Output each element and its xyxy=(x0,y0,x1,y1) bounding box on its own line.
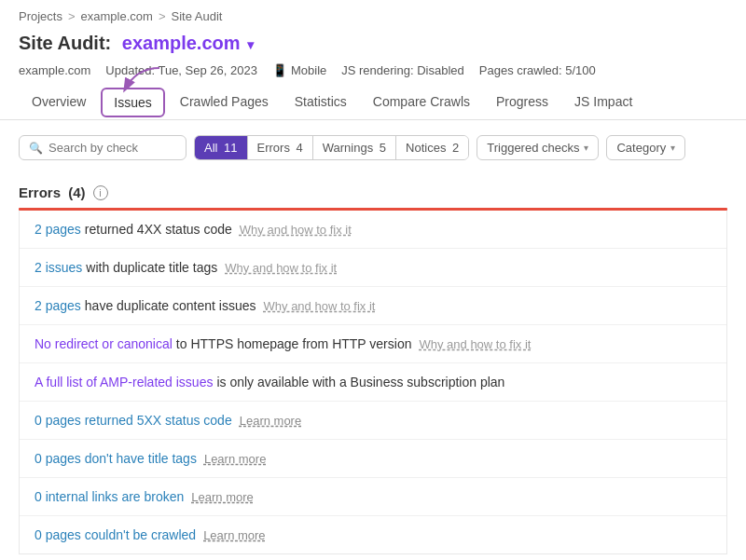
filter-tab-warnings[interactable]: Warnings 5 xyxy=(313,136,396,159)
chevron-down-icon: ▾ xyxy=(584,143,588,153)
chevron-down-icon-2: ▾ xyxy=(670,143,675,153)
errors-info-icon[interactable]: i xyxy=(93,185,108,200)
issue-row-broken-links: 0 internal links are broken Learn more xyxy=(20,478,726,516)
issue-row-dup-title: 2 issues with duplicate title tags Why a… xyxy=(20,249,726,287)
breadcrumb: Projects > example.com > Site Audit xyxy=(0,0,746,29)
search-icon: 🔍 xyxy=(29,142,43,155)
content-area: 🔍 All 11 Errors 4 Warnings 5 Notices 2 T… xyxy=(0,120,746,560)
meta-device: 📱 Mobile xyxy=(272,63,326,77)
breadcrumb-domain[interactable]: example.com xyxy=(81,9,153,23)
domain-chevron-icon[interactable]: ▾ xyxy=(247,37,254,52)
meta-updated: Updated: Tue, Sep 26, 2023 xyxy=(105,63,257,77)
issue-link-not-crawled[interactable]: 0 pages couldn't be crawled xyxy=(35,527,196,542)
breadcrumb-projects[interactable]: Projects xyxy=(19,9,62,23)
issue-text-dup-title: with duplicate title tags xyxy=(86,260,217,275)
issue-row-redirect: No redirect or canonical to HTTPS homepa… xyxy=(20,325,726,363)
fix-link-redirect[interactable]: Why and how to fix it xyxy=(419,337,531,351)
issue-link-amp[interactable]: A full list of AMP-related issues xyxy=(35,375,213,389)
issue-link-dup-content[interactable]: 2 pages xyxy=(35,298,81,313)
tab-issues[interactable]: Issues xyxy=(101,88,164,117)
meta-domain: example.com xyxy=(19,63,90,77)
issue-row-not-crawled: 0 pages couldn't be crawled Learn more xyxy=(20,516,726,553)
fix-link-dup-title[interactable]: Why and how to fix it xyxy=(225,261,337,275)
page-header: Site Audit: example.com ▾ xyxy=(0,29,746,60)
category-dropdown[interactable]: Category ▾ xyxy=(606,135,685,160)
issue-text-amp: is only available with a Business subscr… xyxy=(216,375,504,389)
search-input[interactable] xyxy=(48,141,176,155)
issue-link-4xx-pages[interactable]: 2 pages xyxy=(35,222,81,237)
issue-link-dup-title[interactable]: 2 issues xyxy=(35,260,82,275)
issue-text-dup-content: have duplicate content issues xyxy=(85,298,256,313)
issue-list: 2 pages returned 4XX status code Why and… xyxy=(19,211,727,554)
filter-tab-notices[interactable]: Notices 2 xyxy=(396,136,468,159)
fix-link-4xx[interactable]: Why and how to fix it xyxy=(240,223,352,237)
filter-tab-all[interactable]: All 11 xyxy=(195,136,248,159)
nav-bar: Overview Issues Crawled Pages Statistics… xyxy=(0,85,746,120)
page-title: Site Audit: example.com ▾ xyxy=(19,33,727,54)
filter-tabs: All 11 Errors 4 Warnings 5 Notices 2 xyxy=(194,135,469,160)
issue-link-5xx[interactable]: 0 pages returned 5XX status code xyxy=(35,413,232,428)
errors-title: Errors (4) xyxy=(19,184,86,200)
learn-link-5xx[interactable]: Learn more xyxy=(240,414,301,428)
tab-crawled-pages[interactable]: Crawled Pages xyxy=(167,85,282,120)
triggered-checks-dropdown[interactable]: Triggered checks ▾ xyxy=(477,135,599,160)
mobile-icon: 📱 xyxy=(272,63,287,77)
learn-link-broken-links[interactable]: Learn more xyxy=(191,490,253,504)
search-box[interactable]: 🔍 xyxy=(19,135,186,160)
issue-row-no-title: 0 pages don't have title tags Learn more xyxy=(20,440,726,478)
meta-row: example.com Updated: Tue, Sep 26, 2023 📱… xyxy=(0,60,746,85)
issue-text-4xx: returned 4XX status code xyxy=(85,222,232,237)
tab-statistics[interactable]: Statistics xyxy=(282,85,360,120)
meta-js-rendering: JS rendering: Disabled xyxy=(341,63,464,77)
learn-link-no-title[interactable]: Learn more xyxy=(204,452,266,466)
filter-bar: 🔍 All 11 Errors 4 Warnings 5 Notices 2 T… xyxy=(19,135,727,160)
errors-section-header: Errors (4) i xyxy=(19,175,727,200)
learn-link-not-crawled[interactable]: Learn more xyxy=(203,528,265,542)
tab-js-impact[interactable]: JS Impact xyxy=(561,85,645,120)
issue-row-amp: A full list of AMP-related issues is onl… xyxy=(20,363,726,402)
issue-link-no-title[interactable]: 0 pages don't have title tags xyxy=(35,451,197,466)
fix-link-dup-content[interactable]: Why and how to fix it xyxy=(264,299,376,313)
tab-overview[interactable]: Overview xyxy=(19,85,99,120)
issue-link-redirect[interactable]: No redirect or canonical xyxy=(35,336,173,351)
tab-progress[interactable]: Progress xyxy=(483,85,561,120)
meta-pages-crawled: Pages crawled: 5/100 xyxy=(479,63,596,77)
issue-row-dup-content: 2 pages have duplicate content issues Wh… xyxy=(20,287,726,325)
tab-compare-crawls[interactable]: Compare Crawls xyxy=(360,85,483,120)
issue-text-redirect: to HTTPS homepage from HTTP version xyxy=(176,336,412,351)
issue-row-5xx: 0 pages returned 5XX status code Learn m… xyxy=(20,402,726,440)
filter-tab-errors[interactable]: Errors 4 xyxy=(248,136,313,159)
issue-link-broken-links[interactable]: 0 internal links are broken xyxy=(35,489,184,504)
domain-link[interactable]: example.com xyxy=(122,33,241,53)
breadcrumb-current: Site Audit xyxy=(171,9,222,23)
issue-row-4xx: 2 pages returned 4XX status code Why and… xyxy=(20,211,726,249)
nav-wrapper: Overview Issues Crawled Pages Statistics… xyxy=(0,85,746,120)
